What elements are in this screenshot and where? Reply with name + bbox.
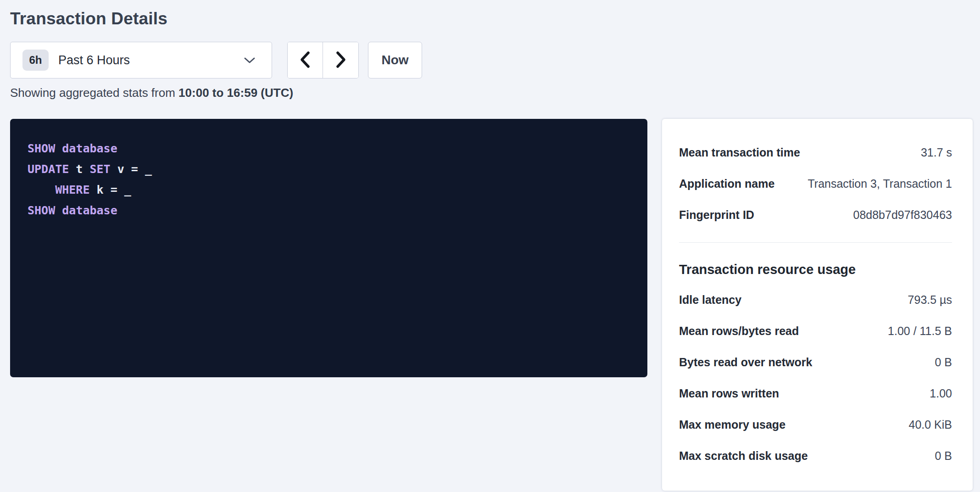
- overview-stat-label: Fingerprint ID: [679, 208, 754, 222]
- chevron-down-icon: [243, 56, 256, 64]
- overview-stat-row: Fingerprint ID08d8b7d97f830463: [679, 199, 952, 230]
- chevron-right-icon: [335, 51, 347, 70]
- sql-keyword: WHERE: [55, 183, 89, 196]
- aggregated-stats-prefix: Showing aggregated stats from: [10, 86, 178, 100]
- aggregated-stats-range: 10:00 to 16:59 (UTC): [178, 86, 293, 100]
- sql-keyword: database: [62, 142, 117, 155]
- resource-stat-row: Max memory usage40.0 KiB: [679, 409, 952, 440]
- sql-keyword: SET: [89, 162, 110, 176]
- resource-stat-label: Mean rows written: [679, 387, 779, 400]
- resource-stat-row: Mean rows written1.00: [679, 378, 952, 409]
- resource-usage-heading: Transaction resource usage: [679, 260, 952, 279]
- chevron-left-icon: [299, 51, 311, 70]
- overview-stat-row: Mean transaction time31.7 s: [679, 137, 952, 168]
- now-button[interactable]: Now: [368, 42, 422, 78]
- overview-rows: Mean transaction time31.7 sApplication n…: [679, 137, 952, 230]
- resource-stat-label: Max scratch disk usage: [679, 449, 808, 463]
- sql-text: k = _: [89, 183, 131, 196]
- resource-stat-label: Idle latency: [679, 293, 741, 307]
- resource-stat-label: Max memory usage: [679, 418, 785, 431]
- transaction-sql-panel: SHOW database UPDATE t SET v = _ WHERE k…: [10, 119, 647, 377]
- resource-stat-row: Idle latency793.5 µs: [679, 284, 952, 315]
- resource-stat-row: Max scratch disk usage0 B: [679, 440, 952, 471]
- card-divider: [679, 242, 952, 243]
- page-title: Transaction Details: [10, 10, 973, 27]
- time-range-dropdown[interactable]: 6h Past 6 Hours: [10, 42, 272, 78]
- overview-stat-value: Transaction 3, Transaction 1: [807, 177, 952, 190]
- time-range-badge: 6h: [22, 50, 49, 71]
- resource-stat-value: 793.5 µs: [908, 293, 952, 307]
- transaction-summary-card: Mean transaction time31.7 sApplication n…: [662, 119, 973, 491]
- overview-stat-value: 08d8b7d97f830463: [853, 208, 952, 222]
- resource-stat-row: Mean rows/bytes read1.00 / 11.5 B: [679, 315, 952, 347]
- sql-keyword: database: [62, 204, 117, 217]
- main-content: SHOW database UPDATE t SET v = _ WHERE k…: [10, 119, 973, 491]
- sql-text: [28, 183, 55, 196]
- resource-stat-value: 0 B: [935, 449, 952, 463]
- sql-keyword: SHOW: [28, 204, 55, 217]
- transaction-details-page: Transaction Details 6h Past 6 Hours: [0, 0, 980, 491]
- resource-stat-value: 1.00: [930, 387, 952, 400]
- time-range-selected-label: Past 6 Hours: [58, 53, 130, 67]
- overview-stat-row: Application nameTransaction 3, Transacti…: [679, 168, 952, 199]
- aggregated-stats-caption: Showing aggregated stats from 10:00 to 1…: [10, 86, 973, 100]
- overview-stat-value: 31.7 s: [921, 146, 952, 159]
- resource-stat-row: Bytes read over network0 B: [679, 347, 952, 378]
- sql-code: SHOW database UPDATE t SET v = _ WHERE k…: [28, 138, 630, 221]
- resource-stat-label: Mean rows/bytes read: [679, 324, 799, 338]
- time-controls: 6h Past 6 Hours: [10, 42, 973, 78]
- overview-stat-label: Application name: [679, 177, 774, 190]
- resource-stat-value: 0 B: [935, 356, 952, 369]
- sql-text: [55, 204, 62, 217]
- overview-stat-label: Mean transaction time: [679, 146, 800, 159]
- sql-text: v = _: [111, 162, 152, 176]
- sql-text: [55, 142, 62, 155]
- resource-stat-label: Bytes read over network: [679, 356, 812, 369]
- sql-keyword: UPDATE: [28, 162, 69, 176]
- sql-keyword: SHOW: [28, 142, 55, 155]
- sql-text: t: [69, 162, 89, 176]
- next-interval-button[interactable]: [323, 42, 358, 78]
- resource-rows: Idle latency793.5 µsMean rows/bytes read…: [679, 284, 952, 471]
- resource-stat-value: 1.00 / 11.5 B: [888, 324, 952, 338]
- previous-interval-button[interactable]: [288, 42, 323, 78]
- time-step-button-group: [287, 42, 359, 78]
- resource-stat-value: 40.0 KiB: [908, 418, 952, 431]
